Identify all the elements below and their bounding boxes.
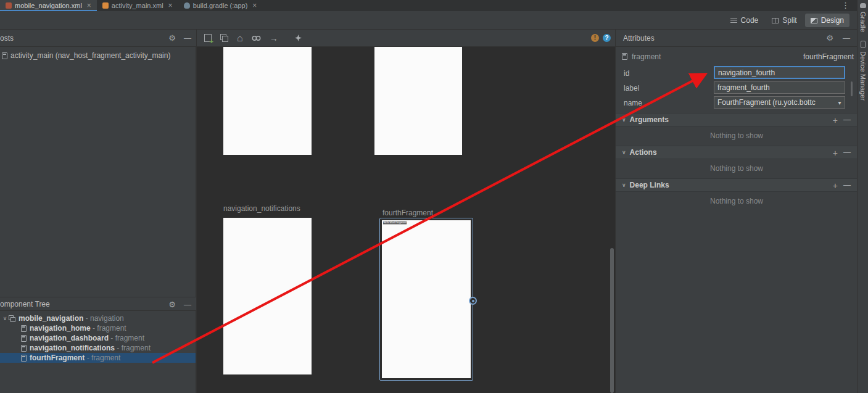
section-title: Actions: [630, 148, 657, 157]
new-destination-button[interactable]: [204, 34, 212, 42]
chevron-down-icon[interactable]: ∨: [1, 315, 9, 321]
fragment-preview-surface: Hello blank fragment: [382, 220, 471, 378]
remove-deep-link-icon[interactable]: —: [843, 181, 851, 189]
hide-panel-icon[interactable]: —: [843, 34, 850, 43]
deep-link-icon: [252, 35, 261, 42]
tree-item-navigation-dashboard[interactable]: navigation_dashboard - fragment: [0, 333, 196, 343]
destination-preview-notifications[interactable]: [223, 218, 312, 374]
hide-panel-icon[interactable]: —: [184, 34, 191, 43]
gradle-icon: [860, 3, 866, 8]
tree-item-name: navigation_notifications: [30, 344, 115, 352]
fragment-preview-text: Hello blank fragment: [383, 221, 407, 224]
auto-arrange-button[interactable]: [294, 34, 302, 42]
deep-links-section-header[interactable]: ∨ Deep Links + —: [616, 178, 858, 192]
destination-preview-fourth-fragment-selected[interactable]: Hello blank fragment: [379, 218, 473, 381]
fragment-icon: [21, 345, 27, 352]
device-manager-icon: [861, 41, 866, 48]
hosts-panel: activity_main (nav_host_fragment_activit…: [0, 47, 196, 297]
close-tab-icon[interactable]: ×: [168, 1, 173, 10]
action-connection-handle[interactable]: [469, 297, 477, 305]
destination-preview-home[interactable]: [223, 47, 312, 155]
hosts-panel-title: osts: [0, 34, 14, 43]
nav-host-fragment-icon: [2, 52, 7, 59]
component-type-label: fragment: [632, 52, 661, 61]
nav-host-label: activity_main (nav_host_fragment_activit…: [10, 51, 170, 60]
right-tool-window-strip: Gradle Device Manager: [857, 0, 868, 393]
code-label: Code: [741, 16, 759, 25]
arguments-section-header[interactable]: ∨ Arguments + —: [616, 113, 858, 126]
add-argument-icon[interactable]: +: [833, 115, 838, 125]
code-icon: [730, 18, 737, 23]
split-label: Split: [782, 16, 796, 25]
add-deep-link-icon[interactable]: +: [833, 181, 838, 191]
remove-action-icon[interactable]: —: [843, 148, 851, 157]
tree-item-name: navigation_home: [30, 324, 91, 333]
name-dropdown[interactable]: FourthFragment (ru.yotc.bottc ▾: [714, 96, 845, 109]
id-field-label: id: [624, 69, 629, 78]
tree-item-mobile-navigation[interactable]: ∨ mobile_navigation - navigation: [0, 313, 196, 323]
attributes-panel-title: Attributes: [623, 34, 655, 43]
set-start-destination-button[interactable]: ⌂: [237, 33, 243, 43]
main-toolbar: Code Split Design: [0, 11, 857, 30]
id-input[interactable]: [714, 66, 845, 79]
tree-item-navigation-home[interactable]: navigation_home - fragment: [0, 323, 196, 333]
tab-mobile-navigation-xml[interactable]: mobile_navigation.xml ×: [0, 0, 97, 11]
gear-icon[interactable]: ⚙: [168, 33, 176, 43]
chevron-down-icon: ∨: [622, 117, 626, 123]
tree-item-name: mobile_navigation: [19, 314, 83, 323]
tree-item-type: - navigation: [83, 314, 123, 323]
action-arrow-icon: →: [270, 34, 278, 43]
tab-label: activity_main.xml: [112, 2, 163, 9]
auto-arrange-icon: [294, 34, 302, 42]
fragment-icon: [21, 355, 27, 362]
actions-empty-text: Nothing to show: [616, 164, 858, 173]
tab-activity-main-xml[interactable]: activity_main.xml ×: [97, 0, 178, 11]
name-field-label: name: [624, 99, 642, 107]
destination-label-notifications[interactable]: navigation_notifications: [223, 204, 300, 213]
gear-icon[interactable]: ⚙: [168, 300, 176, 309]
tree-item-type: - fragment: [109, 334, 144, 342]
add-action-icon[interactable]: +: [833, 148, 838, 158]
chevron-down-icon: ∨: [622, 182, 626, 188]
label-input[interactable]: [714, 81, 845, 94]
dropdown-arrow-icon[interactable]: ▾: [835, 99, 845, 106]
actions-section-header[interactable]: ∨ Actions + —: [616, 146, 858, 159]
warning-badge-icon[interactable]: !: [591, 34, 599, 42]
split-view-button[interactable]: Split: [766, 14, 802, 27]
nav-host-list-item[interactable]: activity_main (nav_host_fragment_activit…: [0, 47, 196, 64]
code-view-button[interactable]: Code: [725, 14, 764, 27]
tree-item-fourth-fragment[interactable]: fourthFragment - fragment: [0, 353, 196, 363]
add-action-button[interactable]: →: [270, 34, 278, 43]
help-icon[interactable]: ?: [603, 34, 611, 42]
section-title: Arguments: [630, 115, 669, 124]
group-icon: [220, 34, 228, 42]
group-destinations-button[interactable]: [220, 34, 228, 42]
navigation-design-surface[interactable]: navigation_notifications fourthFragment …: [196, 47, 615, 393]
tab-build-gradle[interactable]: build.gradle (:app) ×: [178, 0, 263, 11]
destination-label-fourth-fragment[interactable]: fourthFragment: [382, 209, 433, 217]
destination-preview-dashboard[interactable]: [374, 47, 462, 155]
device-manager-tool-window-button[interactable]: Device Manager: [859, 51, 867, 101]
tree-item-name: fourthFragment: [30, 354, 85, 362]
tree-item-type: - fragment: [85, 354, 120, 362]
fragment-icon: [622, 53, 627, 60]
hide-panel-icon[interactable]: —: [184, 300, 191, 309]
tree-item-name: navigation_dashboard: [30, 334, 109, 342]
deep-link-button[interactable]: [252, 35, 261, 42]
close-tab-icon[interactable]: ×: [252, 1, 257, 10]
canvas-vertical-scrollbar[interactable]: [610, 248, 614, 393]
navigation-graph-icon: [9, 315, 15, 322]
attributes-scrollbar-thumb[interactable]: [851, 81, 853, 96]
hosts-panel-header: osts ⚙ —: [0, 30, 196, 47]
gradle-tool-window-button[interactable]: Gradle: [859, 12, 867, 32]
gear-icon[interactable]: ⚙: [826, 33, 833, 43]
section-title: Deep Links: [630, 181, 669, 189]
home-icon: ⌂: [237, 33, 243, 43]
tree-item-navigation-notifications[interactable]: navigation_notifications - fragment: [0, 343, 196, 353]
design-view-button[interactable]: Design: [805, 14, 849, 27]
remove-argument-icon[interactable]: —: [843, 115, 851, 124]
fragment-icon: [21, 335, 27, 342]
close-tab-icon[interactable]: ×: [87, 1, 91, 10]
tab-overflow-icon[interactable]: ⋮: [841, 1, 849, 10]
fragment-icon: [21, 325, 27, 332]
